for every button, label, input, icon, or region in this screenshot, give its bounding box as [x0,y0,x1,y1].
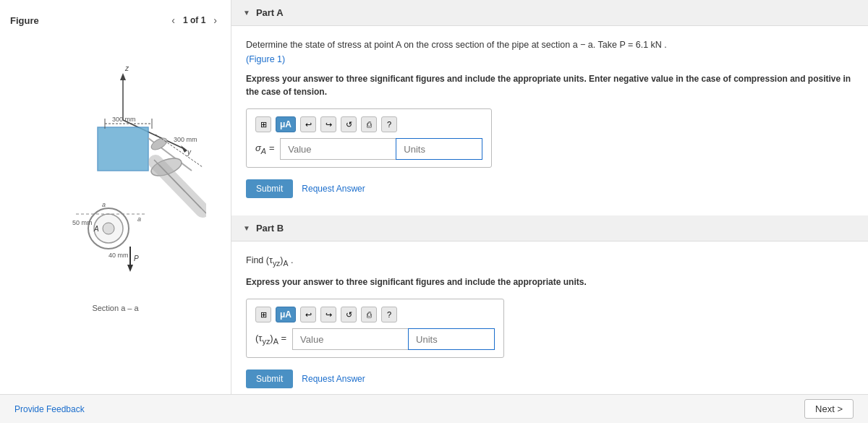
undo-button-a[interactable]: ↩ [300,116,316,132]
part-a-input-row: σA = [255,138,482,160]
content-panel: ▼ Part A Determine the state of stress a… [231,0,868,423]
part-a-toolbar: ⊞ μA ↩ ↪ ↺ ⎙ [255,116,482,132]
figure-header: Figure ‹ 1 of 1 › [7,7,224,33]
part-a-title: Part A [256,7,284,18]
help-icon-a: ? [387,120,391,129]
part-a-problem-text: Determine the state of stress at point A… [246,38,854,67]
part-b-arrow: ▼ [243,224,250,232]
part-a-input-box: ⊞ μA ↩ ↪ ↺ ⎙ [246,108,492,168]
figure-prev-button[interactable]: ‹ [168,13,179,27]
figure-navigation: ‹ 1 of 1 › [168,13,221,27]
refresh-button-b[interactable]: ↺ [341,307,357,322]
figure-next-button[interactable]: › [210,13,221,27]
part-b-submit-button[interactable]: Submit [246,369,293,388]
mu-icon-a: μA [280,119,292,129]
mu-icon-b: μA [280,309,292,320]
refresh-button-a[interactable]: ↺ [341,116,357,132]
part-a-instruction: Express your answer to three significant… [246,72,854,98]
part-b-units-input[interactable] [408,328,495,350]
figure-image-container: z y A a [7,55,224,312]
matrix-button-a[interactable]: ⊞ [255,116,271,132]
matrix-button-b[interactable]: ⊞ [255,307,271,322]
part-b-label: (τyz)A = [255,333,286,346]
next-button[interactable]: Next > [804,399,854,419]
svg-text:a: a [102,201,106,208]
svg-text:a: a [137,215,141,223]
part-a-figure-ref[interactable]: (Figure 1) [246,54,285,64]
part-a-label: σA = [255,142,274,155]
figure-label: Figure [10,15,39,26]
matrix-icon-a: ⊞ [260,120,267,129]
help-button-b[interactable]: ? [381,307,397,322]
part-b-title: Part B [256,223,284,234]
mu-button-a[interactable]: μA [276,116,296,132]
section-label: Section a – a [92,304,138,312]
part-b-content: Find (τyz)A . Express your answer to thr… [231,242,868,403]
svg-marker-1 [120,73,126,80]
svg-text:z: z [124,64,129,72]
figure-svg: z y A a [25,55,206,301]
svg-point-15 [103,223,114,234]
redo-icon-b: ↪ [326,310,332,320]
svg-line-12 [159,165,206,213]
part-b-section: ▼ Part B Find (τyz)A . Express your answ… [231,215,868,403]
mu-button-b[interactable]: μA [276,307,296,322]
provide-feedback-link[interactable]: Provide Feedback [14,404,85,414]
part-a-value-input[interactable] [280,138,396,160]
svg-rect-6 [98,127,148,171]
part-b-input-box: ⊞ μA ↩ ↪ ↺ ⎙ [246,299,504,358]
keyboard-icon-a: ⎙ [367,120,372,129]
figure-nav-text: 1 of 1 [183,15,205,25]
refresh-icon-b: ↺ [346,310,352,320]
part-a-problem: Determine the state of stress at point A… [246,40,667,50]
part-b-problem-text: Find (τyz)A . [246,253,854,270]
part-a-section: ▼ Part A Determine the state of stress a… [231,0,868,213]
part-b-request-answer[interactable]: Request Answer [302,374,365,384]
help-icon-b: ? [387,310,391,319]
svg-text:300 mm: 300 mm [112,116,136,123]
svg-marker-4 [181,145,187,153]
part-b-value-input[interactable] [292,328,408,350]
help-button-a[interactable]: ? [381,116,397,132]
matrix-icon-b: ⊞ [260,310,267,320]
undo-icon-a: ↩ [305,120,312,129]
undo-button-b[interactable]: ↩ [300,307,316,322]
bottom-bar: Provide Feedback Next > [0,394,868,423]
part-b-header[interactable]: ▼ Part B [231,215,868,242]
part-a-arrow: ▼ [243,9,250,17]
redo-button-b[interactable]: ↪ [320,307,336,322]
undo-icon-b: ↩ [305,310,312,320]
part-a-header[interactable]: ▼ Part A [231,0,868,26]
svg-text:50 mm: 50 mm [72,219,93,226]
keyboard-button-b[interactable]: ⎙ [361,307,377,322]
part-a-content: Determine the state of stress at point A… [231,26,868,213]
svg-text:y: y [187,148,192,156]
keyboard-icon-b: ⎙ [367,310,372,319]
part-b-button-row: Submit Request Answer [246,369,854,388]
svg-text:300 mm: 300 mm [174,136,197,143]
figure-panel: Figure ‹ 1 of 1 › z y [0,0,231,423]
part-a-button-row: Submit Request Answer [246,179,854,198]
part-b-input-row: (τyz)A = [255,328,495,350]
redo-icon-a: ↪ [326,120,332,129]
keyboard-button-a[interactable]: ⎙ [361,116,377,132]
redo-button-a[interactable]: ↪ [320,116,336,132]
part-b-toolbar: ⊞ μA ↩ ↪ ↺ ⎙ [255,307,495,322]
svg-text:P: P [134,255,139,262]
svg-marker-26 [127,265,133,272]
svg-text:A: A [93,225,99,233]
part-a-submit-button[interactable]: Submit [246,179,293,198]
refresh-icon-a: ↺ [346,120,352,129]
part-a-units-input[interactable] [396,138,482,160]
svg-point-8 [149,136,169,152]
part-a-request-answer[interactable]: Request Answer [302,184,365,194]
svg-text:40 mm: 40 mm [109,252,129,259]
part-b-instruction: Express your answer to three significant… [246,275,854,289]
